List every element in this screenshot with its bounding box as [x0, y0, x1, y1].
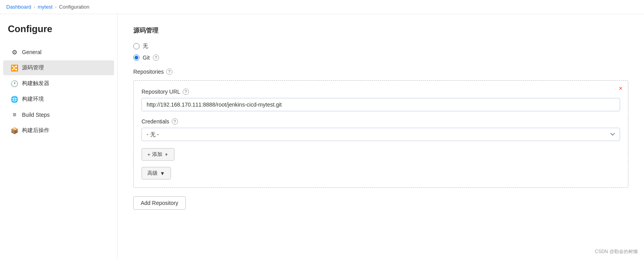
breadcrumb: Dashboard › mytest › Configuration — [0, 0, 644, 14]
credentials-help-icon[interactable]: ? — [172, 118, 178, 125]
radio-git-option[interactable]: Git ? — [133, 54, 628, 61]
breadcrumb-mytest[interactable]: mytest — [38, 4, 53, 10]
sidebar-label-build-trigger: 构建触发器 — [22, 80, 49, 87]
source-mgmt-icon: 🔀 — [11, 64, 18, 71]
scm-radio-group: 无 Git ? — [133, 43, 628, 61]
watermark: CSDN @勤奋的树懒 — [595, 248, 638, 255]
repository-url-label-row: Repository URL ? — [141, 89, 620, 95]
sidebar-item-build-env[interactable]: 🌐 构建环境 — [3, 92, 114, 107]
radio-none-label: 无 — [143, 43, 148, 50]
repository-card: × Repository URL ? Credentials ? - 无 - — [133, 80, 628, 188]
sidebar-label-post-build: 构建后操作 — [22, 127, 49, 134]
advanced-button[interactable]: 高级 ▼ — [141, 167, 171, 179]
globe-icon: 🌐 — [11, 96, 18, 103]
add-credentials-button[interactable]: + 添加 ▼ — [141, 148, 174, 161]
radio-git-input[interactable] — [133, 54, 140, 61]
radio-git-label: Git — [143, 54, 150, 61]
sidebar-item-source-mgmt[interactable]: 🔀 源码管理 — [3, 60, 114, 75]
advanced-chevron-icon: ▼ — [160, 170, 165, 176]
add-label: 添加 — [152, 151, 162, 158]
sidebar: Configure ⚙ General 🔀 源码管理 🕐 构建触发器 🌐 构建环… — [0, 14, 118, 259]
credentials-label: Credentials — [141, 118, 169, 125]
breadcrumb-current: Configuration — [59, 4, 89, 10]
repositories-help-icon[interactable]: ? — [166, 69, 172, 75]
post-build-icon: 📦 — [11, 127, 18, 134]
dropdown-arrow-icon: ▼ — [165, 152, 169, 157]
credentials-label-row: Credentials ? — [141, 118, 620, 125]
add-prefix: + — [147, 152, 151, 158]
url-help-icon[interactable]: ? — [183, 89, 189, 95]
steps-icon: ≡ — [11, 111, 18, 118]
advanced-label: 高级 — [147, 170, 158, 177]
credentials-select[interactable]: - 无 - — [141, 128, 620, 141]
sidebar-item-build-trigger[interactable]: 🕐 构建触发器 — [3, 76, 114, 91]
gear-icon: ⚙ — [11, 49, 18, 56]
sidebar-title: Configure — [0, 24, 117, 44]
sidebar-label-build-env: 构建环境 — [22, 96, 44, 103]
sidebar-item-general[interactable]: ⚙ General — [3, 45, 114, 60]
repository-url-label: Repository URL — [141, 89, 180, 95]
close-button[interactable]: × — [619, 85, 622, 92]
git-help-icon[interactable]: ? — [153, 54, 159, 61]
repositories-label: Repositories — [133, 69, 164, 75]
sidebar-item-post-build[interactable]: 📦 构建后操作 — [3, 123, 114, 138]
repositories-header: Repositories ? — [133, 69, 628, 75]
sidebar-label-general: General — [22, 49, 42, 55]
add-repository-button[interactable]: Add Repository — [133, 196, 186, 210]
repository-url-input[interactable] — [141, 98, 620, 111]
section-title: 源码管理 — [133, 27, 628, 35]
clock-icon: 🕐 — [11, 80, 18, 87]
main-layout: Configure ⚙ General 🔀 源码管理 🕐 构建触发器 🌐 构建环… — [0, 14, 644, 259]
main-content: 源码管理 无 Git ? Repositories ? × Repos — [118, 14, 644, 259]
credentials-field: Credentials ? - 无 - — [141, 118, 620, 141]
sidebar-label-source-mgmt: 源码管理 — [22, 64, 44, 71]
sidebar-label-build-steps: Build Steps — [22, 112, 50, 118]
breadcrumb-dashboard[interactable]: Dashboard — [6, 4, 31, 10]
sidebar-item-build-steps[interactable]: ≡ Build Steps — [3, 107, 114, 122]
radio-none-option[interactable]: 无 — [133, 43, 628, 50]
radio-none-input[interactable] — [133, 43, 140, 49]
repository-url-field: Repository URL ? — [141, 89, 620, 111]
